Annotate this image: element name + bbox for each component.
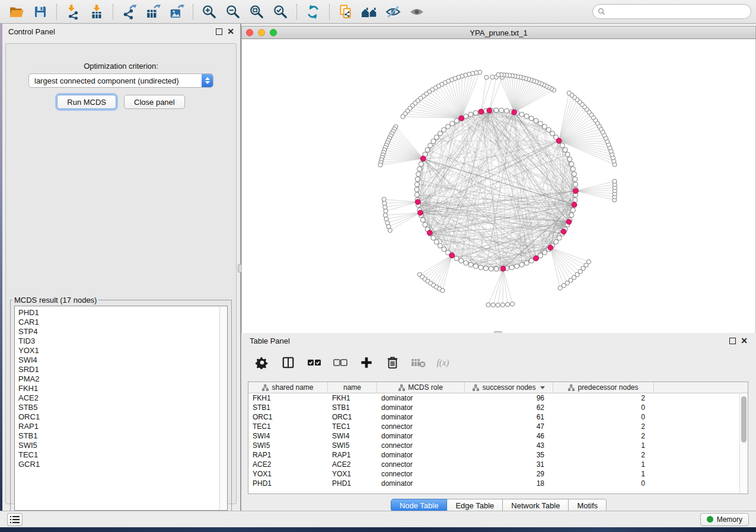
mcds-result-item[interactable]: ACE2 [18, 393, 227, 403]
table-cell[interactable]: TEC1 [328, 422, 377, 431]
zoom-in-icon[interactable] [197, 2, 221, 21]
mcds-result-item[interactable]: STP4 [18, 327, 227, 336]
table-cell[interactable]: ORC1 [248, 413, 328, 421]
tab-network-table[interactable]: Network Table [503, 499, 569, 512]
table-row[interactable]: ORC1ORC1dominator610 [248, 412, 748, 422]
table-row[interactable]: RAP1RAP1dominator352 [248, 450, 748, 460]
table-cell[interactable]: 96 [465, 394, 553, 402]
table-options-gear-icon[interactable] [253, 354, 271, 371]
table-cell[interactable]: 46 [465, 432, 553, 440]
import-network-icon[interactable] [61, 2, 85, 21]
mcds-result-list[interactable]: PHD1CAR1STP4TID3YOX1SWI4SRD1PMA2FKH1ACE2… [14, 306, 228, 511]
table-row[interactable]: PHD1PHD1dominator180 [248, 479, 748, 488]
table-cell[interactable]: 0 [553, 479, 654, 488]
table-cell[interactable]: dominator [377, 432, 465, 440]
criterion-dropdown[interactable]: largest connected component (undirected) [28, 73, 213, 88]
table-row[interactable]: FKH1FKH1dominator962 [248, 393, 748, 403]
memory-button[interactable]: Memory [700, 513, 749, 526]
table-cell[interactable]: STB1 [328, 403, 377, 412]
table-cell[interactable]: dominator [377, 479, 465, 488]
export-network-icon[interactable] [117, 2, 141, 21]
refresh-view-icon[interactable] [301, 2, 325, 21]
table-cell[interactable]: SWI4 [328, 432, 377, 440]
table-cell[interactable]: 0 [553, 403, 654, 412]
mcds-result-item[interactable]: TEC1 [18, 450, 227, 460]
table-cell[interactable]: 0 [553, 413, 654, 421]
table-cell[interactable]: connector [377, 441, 465, 450]
mcds-result-item[interactable]: SRD1 [18, 365, 227, 374]
table-cell[interactable]: 61 [465, 413, 553, 421]
table-cell[interactable]: dominator [377, 403, 465, 412]
close-panel-button[interactable]: Close panel [124, 95, 185, 109]
table-cell[interactable]: dominator [377, 394, 465, 402]
table-cell[interactable]: 1 [553, 460, 654, 469]
column-header-MCDS-role[interactable]: MCDS role [377, 382, 465, 393]
mcds-result-item[interactable]: ORC1 [18, 412, 227, 422]
table-cell[interactable]: YOX1 [248, 470, 328, 478]
save-session-icon[interactable] [28, 2, 52, 21]
show-columns-icon[interactable] [279, 354, 297, 371]
column-header-shared-name[interactable]: shared name [248, 382, 328, 393]
table-cell[interactable]: SWI5 [248, 441, 328, 450]
table-cell[interactable]: ORC1 [328, 413, 377, 421]
mcds-result-item[interactable]: GCR1 [18, 460, 227, 469]
first-neighbors-icon[interactable] [358, 2, 381, 21]
table-cell[interactable]: 31 [465, 460, 553, 469]
mcds-result-item[interactable]: STB1 [18, 431, 227, 441]
export-image-icon[interactable] [165, 2, 189, 21]
mcds-result-item[interactable]: RAP1 [18, 422, 227, 431]
float-panel-icon[interactable] [216, 28, 222, 35]
duplicate-network-icon[interactable] [334, 2, 358, 21]
table-cell[interactable]: RAP1 [328, 451, 377, 459]
tab-edge-table[interactable]: Edge Table [447, 499, 503, 512]
table-cell[interactable]: RAP1 [248, 451, 328, 459]
add-column-icon[interactable] [358, 354, 375, 371]
table-row[interactable]: SWI5SWI5connector431 [248, 441, 748, 450]
table-cell[interactable]: STB1 [248, 403, 328, 412]
table-row[interactable]: ACE2ACE2connector311 [248, 460, 748, 469]
table-cell[interactable]: ACE2 [328, 460, 377, 469]
table-cell[interactable]: connector [377, 460, 465, 469]
mcds-result-item[interactable]: CAR1 [18, 318, 227, 327]
table-cell[interactable]: ACE2 [248, 460, 328, 469]
table-row[interactable]: STB1STB1dominator620 [248, 403, 748, 412]
table-cell[interactable]: FKH1 [248, 394, 328, 402]
hide-selected-icon[interactable] [381, 2, 405, 21]
table-cell[interactable]: PHD1 [248, 479, 328, 488]
table-row[interactable]: YOX1YOX1connector291 [248, 469, 748, 479]
table-cell[interactable]: 2 [553, 422, 654, 431]
deselect-all-checkboxes-icon[interactable] [331, 354, 349, 371]
table-row[interactable]: SWI4SWI4dominator462 [248, 431, 748, 441]
table-cell[interactable]: FKH1 [328, 394, 377, 402]
mcds-result-item[interactable]: SWI5 [18, 441, 227, 450]
zoom-out-icon[interactable] [221, 2, 245, 21]
table-cell[interactable]: 35 [465, 451, 553, 459]
table-cell[interactable]: 2 [553, 451, 654, 459]
table-cell[interactable]: 1 [553, 470, 654, 478]
mcds-result-item[interactable]: PMA2 [18, 374, 227, 384]
mcds-result-item[interactable]: YOX1 [18, 346, 227, 355]
mcds-result-item[interactable]: FKH1 [18, 384, 227, 393]
table-cell[interactable]: PHD1 [328, 479, 377, 488]
tab-motifs[interactable]: Motifs [569, 499, 607, 512]
table-cell[interactable]: 2 [553, 432, 654, 440]
open-file-icon[interactable] [5, 2, 28, 21]
table-cell[interactable]: connector [377, 470, 465, 478]
table-row[interactable]: TEC1TEC1connector472 [248, 422, 748, 431]
run-mcds-button[interactable]: Run MCDS [57, 95, 116, 109]
show-all-icon[interactable] [405, 2, 429, 21]
column-header-name[interactable]: name [328, 382, 377, 393]
mcds-result-item[interactable]: PHD1 [18, 308, 227, 318]
close-panel-icon[interactable]: ✕ [227, 28, 234, 35]
table-cell[interactable]: SWI4 [248, 432, 328, 440]
table-cell[interactable]: 62 [465, 403, 553, 412]
search-input[interactable] [608, 8, 746, 16]
table-cell[interactable]: YOX1 [328, 470, 377, 478]
tab-node-table[interactable]: Node Table [391, 499, 448, 512]
zoom-selected-icon[interactable] [269, 2, 292, 21]
task-history-button[interactable] [7, 513, 23, 526]
table-scrollbar-thumb[interactable] [741, 396, 747, 443]
zoom-fit-icon[interactable] [245, 2, 269, 21]
import-table-icon[interactable] [85, 2, 109, 21]
table-cell[interactable]: 29 [465, 470, 553, 478]
